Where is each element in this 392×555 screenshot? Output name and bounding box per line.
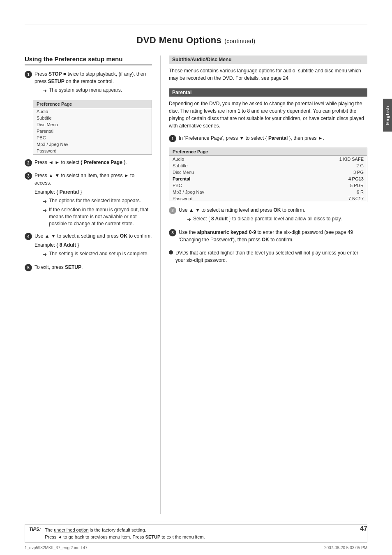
parental-step-2-number: 2 — [169, 207, 176, 214]
step-4-number: 4 — [25, 233, 32, 240]
page-title: DVD Menu Options (continued) — [25, 35, 367, 46]
tips-line2: Press ◄ to go back to previous menu item… — [45, 534, 205, 541]
pref-table-left-header: Preference Page — [33, 100, 152, 108]
parental-bullet: DVDs that are rated higher than the leve… — [169, 249, 367, 264]
parental-step-2-arrow-text: Select { 8 Adult } to disable parental l… — [193, 215, 342, 222]
pref-right-val-parental: 4 PG13 — [348, 176, 364, 181]
footer-fileinfo: 1_dvp5982MKII_37_eng 2.indd 47 — [25, 546, 88, 550]
pref-right-label-audio: Audio — [173, 157, 184, 162]
content-area: Using the Preference setup menu 1 Press … — [25, 56, 367, 514]
page-wrapper: English DVD Menu Options (continued) Usi… — [0, 0, 392, 555]
pref-row-subtitle: Subtitle — [33, 115, 152, 121]
pref-right-val-password: 7 NC17 — [348, 196, 364, 201]
pref-row-audio: Audio — [33, 108, 152, 115]
step-4-arrow-text: The setting is selected and setup is com… — [49, 250, 149, 257]
pref-row-password: Password — [33, 148, 152, 154]
pref-table-right: Preference Page Audio 1 KID SAFE Subtitl… — [169, 148, 367, 202]
pref-right-val-audio: 1 KID SAFE — [339, 157, 364, 162]
step-3-arrow-text-2: If the selection in the menu is greyed o… — [49, 206, 152, 227]
pref-right-label-pbc: PBC — [173, 183, 182, 188]
step-3-number: 3 — [25, 172, 32, 180]
parental-step-2: 2 Use ▲ ▼ to select a rating level and p… — [169, 206, 367, 224]
arrow-symbol-3a: ➜ — [43, 198, 47, 205]
parental-section-heading: Parental — [169, 88, 367, 97]
parental-step-3-content: Use the alphanumeric keypad 0-9 to enter… — [179, 229, 367, 245]
parental-step-2-content: Use ▲ ▼ to select a rating level and pre… — [179, 206, 367, 224]
pref-right-val-pbc: 5 PGR — [350, 183, 364, 188]
parental-step-1-number: 1 — [169, 135, 176, 142]
pref-table-left: Preference Page Audio Subtitle Disc Menu… — [33, 100, 152, 155]
pref-right-label-discmenu: Disc Menu — [173, 170, 194, 175]
left-section-heading: Using the Preference setup menu — [25, 56, 152, 65]
pref-right-row-discmenu: Disc Menu 3 PG — [169, 169, 367, 176]
step-4-arrow: ➜ The setting is selected and setup is c… — [43, 250, 152, 258]
step-3-content: Press ▲ ▼ to select an item, then press … — [35, 172, 152, 228]
pref-right-val-discmenu: 3 PG — [353, 170, 364, 175]
parental-section-text: Depending on the DVD, you may be asked t… — [169, 100, 367, 130]
subtitle-section-heading: Subtitle/Audio/Disc Menu — [169, 56, 367, 64]
footer-dateinfo: 2007-08-20 5:03:05 PM — [324, 546, 367, 550]
parental-step-3-number: 3 — [169, 229, 176, 236]
tips-line1: The underlined option is the factory def… — [45, 527, 205, 534]
step-1-content: Press STOP ■ twice to stop playback, (if… — [35, 70, 152, 96]
step-2-content: Press ◄ ► to select { Preference Page }. — [35, 159, 152, 168]
right-column: Subtitle/Audio/Disc Menu These menus con… — [169, 56, 367, 514]
step-5-content: To exit, press SETUP. — [35, 264, 152, 273]
step-4-content: Use ▲ ▼ to select a setting and press OK… — [35, 232, 152, 259]
page-title-continued: (continued) — [224, 38, 256, 44]
subtitle-section-text: These menus contains various language op… — [169, 67, 367, 82]
step-1-arrow-text: The system setup menu appears. — [49, 87, 122, 94]
arrow-symbol-4: ➜ — [43, 251, 47, 258]
step-5: 5 To exit, press SETUP. — [25, 264, 152, 273]
pref-row-discmenu: Disc Menu — [33, 121, 152, 128]
footer-tips: TIPS: The underlined option is the facto… — [25, 524, 367, 543]
bullet-dot — [169, 250, 173, 254]
arrow-symbol-3b: ➜ — [43, 207, 47, 214]
pref-row-pbc: PBC — [33, 134, 152, 141]
pref-right-val-mp3: 6 R — [357, 190, 364, 194]
tips-content: The underlined option is the factory def… — [45, 527, 205, 540]
pref-right-label-mp3: Mp3 / Jpeg Nav — [173, 190, 204, 194]
side-tab-label: English — [385, 106, 390, 125]
pref-right-label-parental: Parental — [173, 176, 190, 181]
parental-step-1: 1 In 'Preference Page', press ▼ to selec… — [169, 134, 367, 143]
pref-right-row-mp3: Mp3 / Jpeg Nav 6 R — [169, 189, 367, 195]
column-divider — [160, 56, 161, 514]
parental-bullet-text: DVDs that are rated higher than the leve… — [175, 249, 367, 264]
pref-row-parental: Parental — [33, 128, 152, 134]
step-2-number: 2 — [25, 159, 32, 166]
pref-right-label-subtitle: Subtitle — [173, 163, 188, 168]
step-5-number: 5 — [25, 264, 32, 271]
pref-right-row-password: Password 7 NC17 — [169, 195, 367, 202]
bottom-rule — [25, 522, 367, 522]
pref-row-mp3: Mp3 / Jpeg Nav — [33, 141, 152, 148]
step-4: 4 Use ▲ ▼ to select a setting and press … — [25, 232, 152, 259]
step-3-arrow-2: ➜ If the selection in the menu is greyed… — [43, 206, 152, 227]
step-2: 2 Press ◄ ► to select { Preference Page … — [25, 159, 152, 168]
pref-right-row-subtitle: Subtitle 2 G — [169, 162, 367, 169]
step-3-arrow-text-1: The options for the selected item appear… — [49, 197, 141, 204]
parental-step-1-content: In 'Preference Page', press ▼ to select … — [179, 134, 367, 143]
step-3-arrow-1: ➜ The options for the selected item appe… — [43, 197, 152, 205]
pref-right-label-password: Password — [173, 196, 192, 201]
step-1-number: 1 — [25, 71, 32, 78]
pref-table-right-header: Preference Page — [169, 148, 367, 156]
page-title-text: DVD Menu Options — [136, 35, 221, 45]
top-rule — [25, 25, 367, 25]
parental-step-2-arrow: ➜ Select { 8 Adult } to disable parental… — [187, 215, 367, 223]
step-3: 3 Press ▲ ▼ to select an item, then pres… — [25, 172, 152, 228]
arrow-symbol-1: ➜ — [43, 87, 47, 95]
pref-right-val-subtitle: 2 G — [356, 163, 364, 168]
arrow-symbol-p2: ➜ — [187, 216, 191, 223]
side-tab: English — [383, 99, 392, 132]
pref-right-row-audio: Audio 1 KID SAFE — [169, 156, 367, 162]
left-column: Using the Preference setup menu 1 Press … — [25, 56, 152, 514]
pref-right-row-parental: Parental 4 PG13 — [169, 176, 367, 182]
step-1: 1 Press STOP ■ twice to stop playback, (… — [25, 70, 152, 96]
step-1-arrow: ➜ The system setup menu appears. — [43, 87, 152, 95]
tips-label: TIPS: — [29, 527, 41, 532]
pref-right-row-pbc: PBC 5 PGR — [169, 182, 367, 189]
parental-step-3: 3 Use the alphanumeric keypad 0-9 to ent… — [169, 229, 367, 245]
tips-underline: underlined option — [54, 527, 88, 532]
